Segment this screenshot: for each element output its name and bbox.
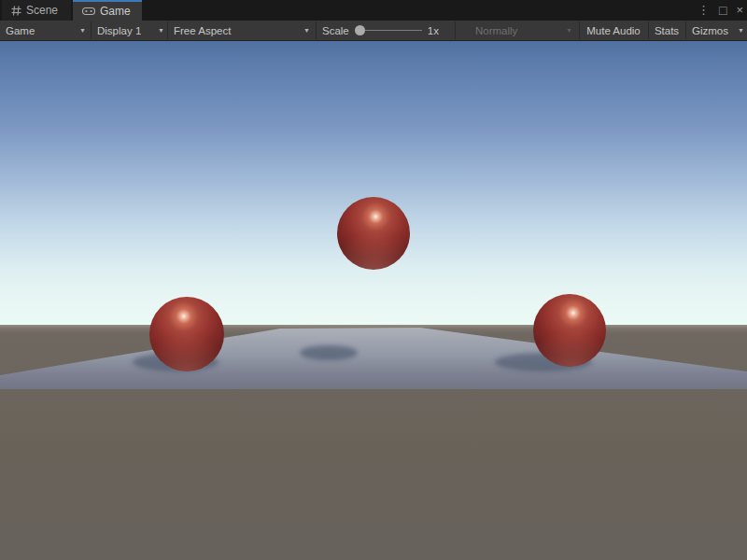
tab-scene[interactable]: Scene bbox=[2, 0, 71, 21]
toolbar-separator bbox=[316, 21, 317, 39]
chevron-down-icon: ▼ bbox=[303, 27, 310, 34]
unity-game-view-window: Scene Game ⋮ □ × Game ▼ Display 1 bbox=[0, 0, 747, 560]
aspect-ratio-label: Free Aspect bbox=[174, 25, 231, 36]
mute-audio-button[interactable]: Mute Audio bbox=[580, 21, 647, 40]
red-sphere-left bbox=[149, 297, 224, 371]
play-mode-behavior-label: Normally bbox=[475, 25, 517, 36]
shadow-center-sphere bbox=[300, 345, 358, 360]
scale-slider-knob[interactable] bbox=[355, 25, 365, 35]
more-options-icon[interactable]: ⋮ bbox=[698, 0, 710, 21]
game-view-toolbar: Game ▼ Display 1 ▼ Free Aspect ▼ Scale 1… bbox=[0, 21, 747, 41]
red-sphere-right bbox=[533, 294, 606, 367]
chevron-down-icon: ▼ bbox=[566, 27, 572, 34]
platform-plane bbox=[0, 328, 747, 389]
mute-audio-label: Mute Audio bbox=[586, 25, 641, 36]
stats-button[interactable]: Stats bbox=[649, 21, 684, 40]
grid-icon bbox=[11, 6, 21, 16]
game-view-mode-label: Game bbox=[6, 25, 35, 36]
toolbar-separator bbox=[167, 21, 168, 39]
stats-label: Stats bbox=[655, 25, 679, 36]
play-mode-behavior-dropdown[interactable]: Normally ▼ bbox=[475, 21, 572, 40]
gizmos-dropdown[interactable]: Gizmos ▼ bbox=[692, 21, 744, 40]
chevron-down-icon: ▼ bbox=[158, 27, 164, 34]
close-icon[interactable]: × bbox=[736, 0, 743, 21]
scale-control: Scale 1x bbox=[322, 21, 439, 40]
scale-slider[interactable] bbox=[355, 21, 422, 40]
display-dropdown-label: Display 1 bbox=[97, 25, 141, 36]
toolbar-separator bbox=[91, 21, 92, 39]
chevron-down-icon: ▼ bbox=[738, 27, 744, 34]
game-render-viewport[interactable] bbox=[0, 41, 747, 560]
gizmos-label: Gizmos bbox=[692, 25, 728, 36]
scale-label: Scale bbox=[322, 25, 349, 36]
chevron-down-icon: ▼ bbox=[79, 27, 86, 34]
game-view-mode-dropdown[interactable]: Game ▼ bbox=[6, 21, 86, 40]
maximize-icon[interactable]: □ bbox=[719, 0, 726, 21]
platform-and-shadows bbox=[0, 41, 747, 560]
tab-scene-label: Scene bbox=[26, 4, 58, 17]
tab-bar: Scene Game ⋮ □ × bbox=[0, 0, 747, 21]
tab-game-label: Game bbox=[100, 5, 131, 18]
display-dropdown[interactable]: Display 1 ▼ bbox=[97, 21, 164, 40]
tab-game[interactable]: Game bbox=[73, 0, 142, 21]
window-controls: ⋮ □ × bbox=[698, 0, 743, 21]
gamepad-icon bbox=[82, 7, 95, 16]
toolbar-separator bbox=[685, 21, 686, 39]
aspect-ratio-dropdown[interactable]: Free Aspect ▼ bbox=[174, 21, 310, 40]
scale-value: 1x bbox=[428, 25, 439, 36]
toolbar-separator bbox=[455, 21, 456, 39]
red-sphere-center bbox=[337, 197, 410, 270]
